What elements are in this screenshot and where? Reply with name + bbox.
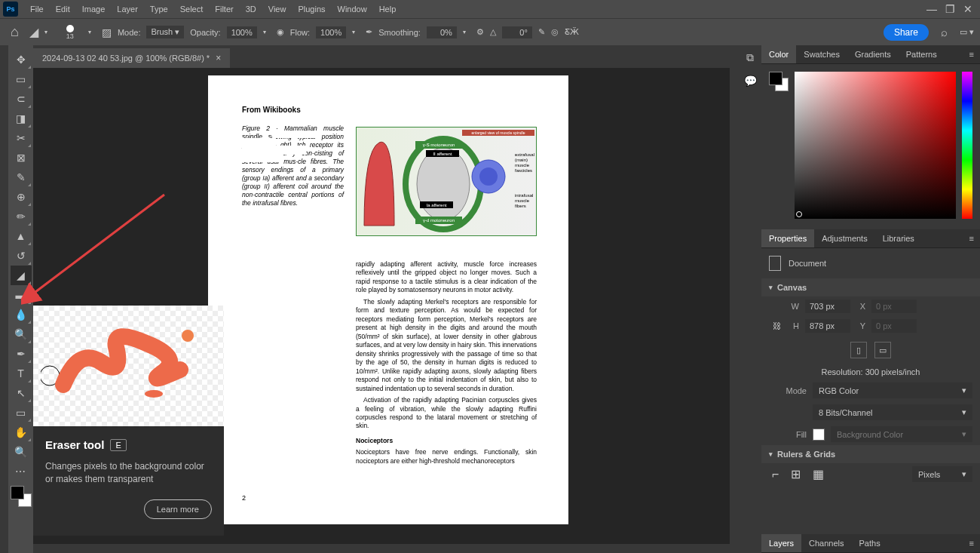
paths-tab[interactable]: Paths [852, 534, 888, 552]
libraries-tab[interactable]: Libraries [875, 229, 922, 247]
brush-tool[interactable]: ✏ [11, 207, 32, 226]
shape-tool[interactable]: ▭ [11, 403, 32, 422]
clone-stamp-tool[interactable]: ▲ [11, 226, 32, 246]
width-input[interactable]: 703 px [805, 300, 850, 313]
grid-icon[interactable]: ⊞ [788, 467, 804, 481]
share-button[interactable]: Share [884, 24, 929, 41]
menu-edit[interactable]: Edit [50, 5, 76, 14]
height-input[interactable]: 878 px [805, 319, 850, 333]
svg-text:γ-S motoneuron: γ-S motoneuron [423, 143, 455, 147]
menu-view[interactable]: View [262, 5, 292, 14]
zoom-tool[interactable]: 🔍 [11, 442, 32, 462]
fill-select[interactable]: Background Color▾ [831, 426, 972, 442]
menu-window[interactable]: Window [332, 5, 373, 14]
hand-tool[interactable]: ✋ [11, 422, 32, 442]
resolution-text: Resolution: 300 pixels/inch [822, 367, 920, 376]
menu-type[interactable]: Type [144, 5, 174, 14]
hue-slider[interactable] [962, 72, 972, 219]
menu-3d[interactable]: 3D [240, 5, 262, 14]
minimize-button[interactable]: — [923, 3, 941, 15]
dodge-tool[interactable]: 🔍 [11, 324, 32, 344]
lasso-tool[interactable]: ⊂ [11, 89, 32, 109]
object-select-tool[interactable]: ◨ [11, 109, 32, 128]
move-tool[interactable]: ✥ [11, 50, 32, 69]
x-input[interactable]: 0 px [871, 300, 917, 313]
crop-tool[interactable]: ✂ [11, 128, 32, 148]
swatches-tab[interactable]: Swatches [796, 45, 847, 63]
airbrush-icon[interactable]: ✒ [366, 27, 372, 37]
edit-toolbar[interactable]: ⋯ [11, 462, 32, 481]
properties-tab[interactable]: Properties [761, 229, 814, 247]
type-tool[interactable]: T [11, 364, 32, 383]
horizontal-scrollbar[interactable] [33, 544, 739, 553]
menu-help[interactable]: Help [373, 5, 403, 14]
ruler-icon[interactable]: ⌐ [769, 468, 782, 481]
layers-tab[interactable]: Layers [761, 534, 801, 552]
learn-more-button[interactable]: Learn more [144, 499, 212, 519]
adjustments-tab[interactable]: Adjustments [814, 229, 875, 247]
menu-file[interactable]: File [24, 5, 50, 14]
units-select[interactable]: Pixels▾ [912, 466, 972, 482]
smoothing-gear-icon[interactable]: ⚙ [476, 27, 484, 37]
home-icon[interactable]: ⌂ [6, 24, 23, 40]
butterfly-icon[interactable]: Ƹ̵Ӝ [565, 27, 579, 37]
eraser-tool[interactable]: ◢ [11, 266, 32, 285]
brush-size-preset[interactable]: 13 [58, 22, 82, 43]
guides-icon[interactable]: ▦ [810, 467, 827, 481]
gradients-tab[interactable]: Gradients [847, 45, 899, 63]
foreground-background-colors[interactable] [11, 486, 32, 507]
mode-select[interactable]: Brush ▾ [146, 26, 184, 38]
healing-tool[interactable]: ⊕ [11, 187, 32, 207]
brush-panel-icon[interactable]: ▨ [102, 26, 112, 38]
angle-input[interactable]: 0° [502, 26, 532, 38]
menu-plugins[interactable]: Plugins [292, 5, 331, 14]
symmetry-icon[interactable]: ◎ [551, 27, 559, 37]
document-canvas[interactable]: From Wikibooks Figure 2 · Mammalian musc… [208, 75, 568, 524]
link-icon[interactable]: ⛓ [769, 321, 784, 330]
pen-tool[interactable]: ✒ [11, 344, 32, 364]
collapsed-comments-icon[interactable]: 💬 [744, 75, 757, 87]
channels-tab[interactable]: Channels [801, 534, 851, 552]
flow-input[interactable]: 100% [316, 26, 346, 38]
bits-select[interactable]: 8 Bits/Channel▾ [813, 404, 972, 420]
menu-filter[interactable]: Filter [209, 5, 239, 14]
menu-select[interactable]: Select [174, 5, 210, 14]
orientation-portrait[interactable]: ▯ [850, 342, 867, 358]
color-tab[interactable]: Color [761, 45, 796, 63]
vertical-scrollbar[interactable] [730, 68, 739, 553]
fill-swatch[interactable] [813, 429, 825, 441]
menu-image[interactable]: Image [76, 5, 112, 14]
document-tab[interactable]: 2024-09-13 02 40 53.jpg @ 100% (RGB/8#) … [33, 48, 230, 68]
maximize-button[interactable]: ❐ [941, 3, 959, 15]
panel-menu-icon[interactable]: ≡ [963, 45, 980, 63]
blur-tool[interactable]: 💧 [11, 305, 32, 324]
canvas-section[interactable]: ▾Canvas [761, 278, 980, 296]
frame-tool[interactable]: ⊠ [11, 148, 32, 167]
color-field[interactable] [795, 72, 956, 219]
rulers-section[interactable]: ▾Rulers & Grids [761, 445, 980, 463]
orientation-landscape[interactable]: ▭ [874, 342, 891, 358]
path-select-tool[interactable]: ↖ [11, 383, 32, 403]
color-mode-select[interactable]: RGB Color▾ [813, 382, 972, 398]
smoothing-input[interactable]: 0% [427, 26, 457, 38]
opacity-pressure-icon[interactable]: ◉ [277, 27, 284, 37]
y-input[interactable]: 0 px [871, 319, 917, 333]
patterns-tab[interactable]: Patterns [899, 45, 945, 63]
layers-menu-icon[interactable]: ≡ [963, 534, 980, 552]
gradient-tool[interactable]: ▬ [11, 285, 32, 305]
marquee-tool[interactable]: ▭ [11, 69, 32, 89]
search-icon[interactable]: ⌕ [935, 26, 954, 38]
collapsed-history-icon[interactable]: ⧉ [746, 51, 754, 64]
history-brush-tool[interactable]: ↺ [11, 246, 32, 266]
close-tab-icon[interactable]: × [216, 53, 221, 63]
tool-preset-icon[interactable]: ◢ [29, 25, 38, 39]
workspace-icon[interactable]: ▭ ▾ [960, 27, 974, 37]
collapsed-strip-left[interactable] [0, 45, 8, 553]
eyedropper-tool[interactable]: ✎ [11, 167, 32, 187]
color-swatch[interactable] [769, 72, 789, 91]
opacity-input[interactable]: 100% [227, 26, 257, 38]
close-button[interactable]: ✕ [959, 3, 977, 15]
properties-menu-icon[interactable]: ≡ [963, 229, 980, 247]
menu-layer[interactable]: Layer [111, 5, 144, 14]
size-pressure-icon[interactable]: ✎ [538, 27, 545, 37]
